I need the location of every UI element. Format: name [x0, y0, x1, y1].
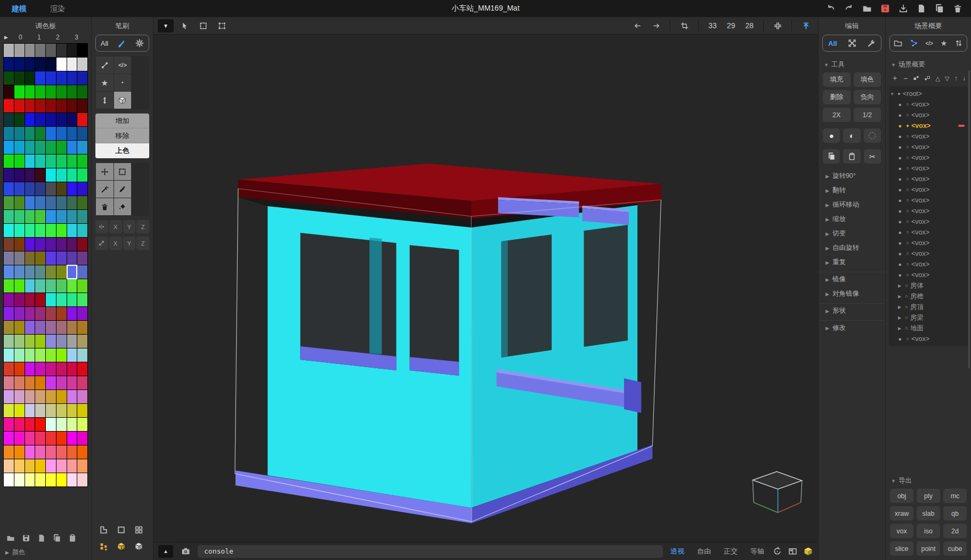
dashed-circle-icon[interactable]: [864, 128, 881, 143]
palette-swatch[interactable]: [4, 432, 14, 445]
tools-section-header[interactable]: ▼工具: [819, 56, 885, 72]
edit-section-切变[interactable]: ▶切变: [819, 226, 885, 241]
palette-swatch[interactable]: [14, 127, 25, 140]
diagonal-axis-z[interactable]: Z: [136, 237, 149, 250]
palette-swatch[interactable]: [25, 265, 35, 279]
palette-swatch[interactable]: [25, 445, 35, 459]
palette-swatch[interactable]: [35, 418, 45, 431]
palette-swatch[interactable]: [67, 99, 77, 112]
palette-swatch[interactable]: [35, 113, 45, 126]
palette-swatch[interactable]: [67, 390, 77, 403]
palette-swatch[interactable]: [46, 196, 56, 209]
palette-swatch[interactable]: [46, 113, 56, 126]
tree-row[interactable]: ■○<vox>: [889, 195, 968, 206]
palette-swatch[interactable]: [67, 335, 77, 348]
palette-swatch[interactable]: [25, 335, 35, 348]
model-size-y[interactable]: 29: [723, 21, 739, 30]
palette-swatch[interactable]: [14, 224, 25, 237]
paint-button[interactable]: 上色: [95, 143, 149, 158]
transform-select-button[interactable]: [214, 19, 230, 33]
palette-swatch[interactable]: [35, 99, 45, 112]
palette-swatch[interactable]: [46, 265, 56, 279]
palette-swatch[interactable]: [77, 307, 87, 320]
viewport-menu-button[interactable]: ▼: [158, 19, 174, 33]
palette-swatch[interactable]: [46, 418, 56, 431]
palette-swatch[interactable]: [25, 210, 35, 223]
palette-swatch[interactable]: [77, 279, 87, 293]
palette-swatch[interactable]: [4, 376, 14, 389]
palette-swatch[interactable]: [4, 459, 14, 473]
palette-swatch[interactable]: [77, 71, 87, 85]
palette-swatch[interactable]: [25, 307, 35, 320]
palette-swatch[interactable]: [46, 238, 56, 251]
eyedropper-tool[interactable]: [114, 181, 132, 198]
edit-button-删除[interactable]: 删除: [823, 90, 851, 104]
palette-swatch[interactable]: [77, 418, 87, 431]
palette-swatch[interactable]: [25, 279, 35, 293]
edit-section-对角镜像[interactable]: ▶对角镜像: [819, 287, 885, 301]
edit-section-缩放[interactable]: ▶缩放: [819, 212, 885, 226]
palette-swatch[interactable]: [56, 251, 67, 265]
palette-swatch[interactable]: [77, 321, 87, 334]
palette-swatch[interactable]: [56, 348, 67, 362]
palette-swatch[interactable]: [4, 251, 14, 265]
palette-swatch[interactable]: [67, 44, 77, 57]
palette-swatch[interactable]: [14, 432, 25, 445]
palette-swatch[interactable]: [56, 445, 67, 459]
palette-swatch[interactable]: [4, 85, 14, 99]
console-input[interactable]: [198, 545, 663, 558]
palette-swatch[interactable]: [25, 404, 35, 417]
palette-swatch[interactable]: [77, 335, 87, 348]
mirror-axis-y[interactable]: Y: [123, 220, 136, 233]
palette-swatch[interactable]: [14, 85, 25, 99]
palette-swatch[interactable]: [46, 335, 56, 348]
palette-swatch[interactable]: [25, 44, 35, 57]
palette-swatch[interactable]: [14, 307, 25, 320]
tree-row[interactable]: ▶○地面: [889, 323, 968, 334]
edit-button-填充[interactable]: 填充: [823, 72, 851, 87]
export-cube-button[interactable]: cube: [943, 541, 967, 556]
move-tool[interactable]: [96, 163, 114, 180]
palette-swatch[interactable]: [46, 390, 56, 403]
tree-row[interactable]: ▶○房梁: [889, 312, 968, 323]
palette-swatch[interactable]: [14, 44, 25, 57]
model-size-x[interactable]: 33: [705, 21, 721, 30]
palette-swatch[interactable]: [56, 293, 67, 306]
edit-section-形状[interactable]: ▶形状: [819, 304, 885, 318]
move-up-icon[interactable]: ↑: [954, 75, 958, 82]
palette-swatch[interactable]: [46, 99, 56, 112]
palette-bank-2[interactable]: 2: [48, 34, 67, 41]
palette-swatch[interactable]: [35, 321, 45, 334]
palette-swatch[interactable]: [25, 293, 35, 306]
edit-section-重复[interactable]: ▶重复: [819, 255, 885, 270]
palette-swatch[interactable]: [14, 418, 25, 431]
edit-button-1/2[interactable]: 1/2: [854, 108, 881, 122]
palette-swatch[interactable]: [46, 293, 56, 306]
erase-button[interactable]: 移除: [95, 128, 149, 143]
folder-icon[interactable]: [894, 39, 902, 47]
palette-swatch[interactable]: [35, 390, 45, 403]
palette-swatch[interactable]: [46, 459, 56, 473]
palette-swatch[interactable]: [35, 265, 45, 279]
palette-swatch[interactable]: [77, 459, 87, 473]
palette-swatch[interactable]: [35, 404, 45, 417]
palette-swatch[interactable]: [56, 44, 67, 57]
palette-swatch[interactable]: [46, 279, 56, 293]
brush-filter-all[interactable]: All: [101, 39, 108, 47]
world-cube-icon[interactable]: [134, 542, 143, 551]
palette-swatch[interactable]: [35, 58, 45, 71]
palette-swatch[interactable]: [4, 321, 14, 334]
next-frame-button[interactable]: [648, 19, 664, 33]
brush-icon[interactable]: [118, 39, 126, 47]
wrench-icon[interactable]: [867, 39, 876, 47]
palette-swatch[interactable]: [46, 445, 56, 459]
tree-row[interactable]: ■○<vox>: [889, 259, 968, 270]
palette-swatch[interactable]: [35, 376, 45, 389]
palette-swatch[interactable]: [25, 418, 35, 431]
edit-section-修改[interactable]: ▶修改: [819, 321, 885, 335]
palette-swatch[interactable]: [25, 127, 35, 140]
palette-swatch[interactable]: [35, 432, 45, 445]
fit-model-button[interactable]: [770, 19, 786, 33]
palette-swatch[interactable]: [77, 432, 87, 445]
palette-swatch[interactable]: [56, 127, 67, 140]
